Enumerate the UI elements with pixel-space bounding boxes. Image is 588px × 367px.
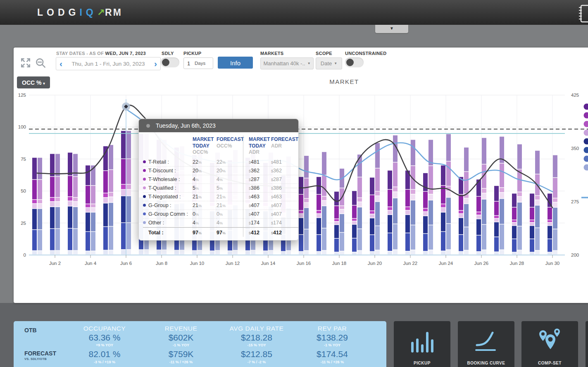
bar-forecast-other[interactable] <box>411 250 415 254</box>
bar-today-t-negotiated[interactable] <box>68 207 72 228</box>
bar-today-t-discount[interactable] <box>352 205 357 218</box>
bar-today-g-group[interactable] <box>68 229 72 250</box>
bar-forecast-t-wholesale[interactable] <box>126 185 131 189</box>
bar-today-other[interactable] <box>121 250 126 254</box>
bar-today-t-negotiated[interactable] <box>86 212 90 231</box>
bar-forecast-t-discount[interactable] <box>357 177 362 198</box>
bar-today-t-discount[interactable] <box>334 206 339 219</box>
bar-forecast-t-negotiated[interactable] <box>109 203 113 226</box>
bar-forecast-other[interactable] <box>357 251 362 255</box>
bar-forecast-t-negotiated[interactable] <box>55 207 60 228</box>
bar-forecast-g-group[interactable] <box>517 226 522 250</box>
bar-today-t-qualified[interactable] <box>352 222 357 224</box>
bar-today-t-qualified[interactable] <box>441 208 445 212</box>
bar-today-t-discount[interactable] <box>441 186 445 203</box>
info-button[interactable]: Info <box>218 57 253 69</box>
bar-today-g-group[interactable] <box>86 232 90 250</box>
bar-forecast-g-group[interactable] <box>482 225 486 250</box>
bar-today-t-discount[interactable] <box>423 192 428 208</box>
bar-forecast-t-wholesale[interactable] <box>553 198 557 202</box>
bar-forecast-t-discount[interactable] <box>482 164 486 188</box>
bar-forecast-t-qualified[interactable] <box>126 190 131 195</box>
bar-forecast-t-retail[interactable] <box>535 151 540 174</box>
bar-today-t-discount[interactable] <box>512 207 517 219</box>
bar-today-t-retail[interactable] <box>441 165 445 185</box>
bar-today-other[interactable] <box>139 250 143 255</box>
bar-forecast-other[interactable] <box>91 251 95 255</box>
bar-today-t-negotiated[interactable] <box>103 203 108 226</box>
bar-today-t-wholesale[interactable] <box>530 220 534 222</box>
bar-forecast-t-wholesale[interactable] <box>322 197 326 200</box>
bar-forecast-other[interactable] <box>286 251 291 255</box>
bar-today-t-wholesale[interactable] <box>370 211 374 214</box>
bar-today-t-wholesale[interactable] <box>317 211 321 213</box>
bar-today-g-group[interactable] <box>548 239 552 252</box>
bar-forecast-t-discount[interactable] <box>464 172 469 193</box>
bar-forecast-other[interactable] <box>162 250 167 254</box>
bar-today-t-negotiated[interactable] <box>530 226 534 239</box>
bar-today-g-group[interactable] <box>512 239 517 252</box>
bar-forecast-t-negotiated[interactable] <box>91 212 95 231</box>
bar-forecast-t-retail[interactable] <box>393 136 398 162</box>
bar-forecast-g-group[interactable] <box>73 229 78 250</box>
bar-today-other[interactable] <box>334 253 339 255</box>
bar-today-t-negotiated[interactable] <box>423 216 428 233</box>
notebook-icon[interactable] <box>577 4 588 25</box>
bar-forecast-t-retail[interactable] <box>55 154 60 176</box>
bar-forecast-t-wholesale[interactable] <box>535 196 540 200</box>
bar-forecast-g-group[interactable] <box>304 229 309 250</box>
bar-today-t-discount[interactable] <box>370 195 374 210</box>
bar-forecast-other[interactable] <box>251 250 255 255</box>
bar-forecast-t-wholesale[interactable] <box>38 200 42 203</box>
bar-forecast-other[interactable] <box>73 251 78 255</box>
bar-forecast-t-retail[interactable] <box>553 155 557 177</box>
bar-today-t-negotiated[interactable] <box>370 218 374 234</box>
bar-today-t-qualified[interactable] <box>50 202 55 206</box>
bar-today-g-group[interactable] <box>476 236 481 251</box>
bar-forecast-t-discount[interactable] <box>322 175 326 196</box>
bar-forecast-t-retail[interactable] <box>322 152 326 175</box>
bar-today-t-retail[interactable] <box>50 154 55 176</box>
bar-forecast-t-negotiated[interactable] <box>38 209 42 229</box>
bar-forecast-t-negotiated[interactable] <box>446 198 451 223</box>
bar-forecast-t-retail[interactable] <box>464 148 469 172</box>
bar-today-t-qualified[interactable] <box>476 215 481 219</box>
bar-forecast-g-group[interactable] <box>429 225 433 250</box>
bar-forecast-t-retail[interactable] <box>446 134 451 161</box>
bar-today-t-retail[interactable] <box>512 193 517 207</box>
legend-dot[interactable] <box>584 121 588 127</box>
bar-today-t-retail[interactable] <box>334 192 339 205</box>
bar-today-t-qualified[interactable] <box>530 223 534 225</box>
bar-today-t-wholesale[interactable] <box>352 219 357 221</box>
bar-forecast-t-discount[interactable] <box>446 162 451 186</box>
bar-today-t-negotiated[interactable] <box>50 207 55 228</box>
legend-dot[interactable] <box>584 112 588 119</box>
bar-today-t-wholesale[interactable] <box>86 204 90 207</box>
bar-forecast-t-discount[interactable] <box>535 174 540 195</box>
bar-today-other[interactable] <box>192 251 197 255</box>
bar-today-other[interactable] <box>459 252 463 255</box>
bar-forecast-t-retail[interactable] <box>109 145 113 169</box>
bar-forecast-t-qualified[interactable] <box>304 203 309 207</box>
bar-today-other[interactable] <box>317 252 321 255</box>
bar-forecast-other[interactable] <box>464 250 469 255</box>
legend-dot[interactable] <box>584 156 588 162</box>
bar-forecast-t-discount[interactable] <box>91 186 95 203</box>
bar-today-other[interactable] <box>68 251 72 255</box>
bar-forecast-t-wholesale[interactable] <box>517 192 522 196</box>
bar-today-t-negotiated[interactable] <box>121 196 126 222</box>
bar-forecast-g-group[interactable] <box>464 227 469 250</box>
bar-today-t-negotiated[interactable] <box>441 212 445 231</box>
bar-today-t-wholesale[interactable] <box>476 212 481 214</box>
bar-today-g-group[interactable] <box>317 235 321 251</box>
bar-forecast-t-negotiated[interactable] <box>322 206 326 228</box>
bar-today-t-discount[interactable] <box>405 190 410 207</box>
bar-forecast-t-discount[interactable] <box>375 169 380 191</box>
bar-forecast-t-wholesale[interactable] <box>91 204 95 207</box>
bar-today-t-wholesale[interactable] <box>68 197 72 201</box>
bar-today-t-qualified[interactable] <box>459 214 463 217</box>
bar-today-g-group[interactable] <box>370 235 374 251</box>
bar-forecast-t-wholesale[interactable] <box>411 190 415 194</box>
bar-today-t-retail[interactable] <box>388 171 392 189</box>
bar-today-g-group[interactable] <box>423 234 428 251</box>
